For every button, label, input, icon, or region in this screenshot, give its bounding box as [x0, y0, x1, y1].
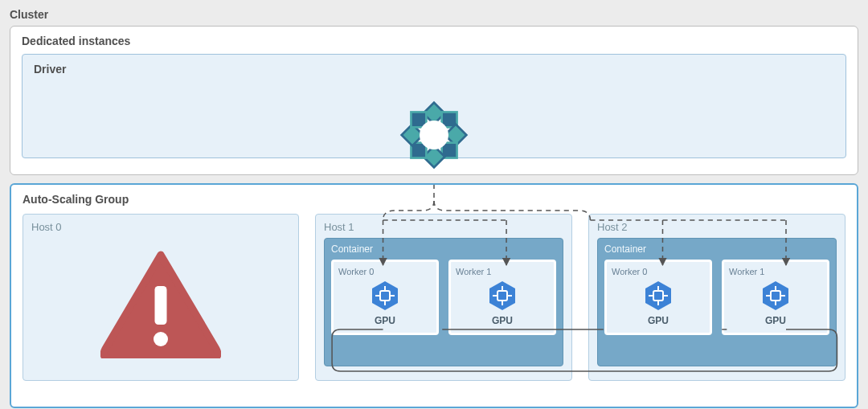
container-host-2: Container Worker 0 GPU Worker 1	[597, 238, 837, 366]
host-1-label: Host 1	[324, 221, 563, 233]
hosts-row: Host 0 Host 1 Container Worker 0	[23, 214, 845, 381]
cpu-chip-icon	[369, 280, 401, 312]
host-1: Host 1 Container Worker 0 GPU Worker 1	[315, 214, 572, 381]
cluster-title: Cluster	[10, 8, 858, 21]
autoscale-group-box: Auto-Scaling Group Host 0 Host 1 Contain…	[10, 183, 858, 408]
ring-logo-icon	[398, 99, 470, 171]
host-1-worker-1: Worker 1 GPU	[448, 260, 556, 335]
cpu-chip-icon	[486, 280, 518, 312]
container-host-1: Container Worker 0 GPU Worker 1	[324, 238, 563, 366]
host-2-worker-0: Worker 0 GPU	[604, 260, 712, 335]
dedicated-instances-box: Dedicated instances Driver	[10, 26, 858, 175]
host-2-worker-1: Worker 1 GPU	[722, 260, 829, 335]
host-2-worker-0-device: GPU	[648, 315, 669, 326]
host-1-worker-0-device: GPU	[375, 315, 395, 326]
host-2-label: Host 2	[597, 221, 837, 233]
autoscale-title: Auto-Scaling Group	[23, 193, 845, 206]
host-2-worker-0-label: Worker 0	[612, 267, 647, 276]
host-0: Host 0	[23, 214, 299, 381]
container-host-1-label: Container	[331, 243, 556, 255]
driver-title: Driver	[34, 63, 834, 76]
svg-point-19	[154, 332, 168, 346]
svg-rect-12	[412, 144, 425, 157]
svg-rect-8	[443, 144, 456, 157]
svg-rect-4	[443, 113, 456, 126]
host-0-label: Host 0	[31, 221, 290, 233]
cpu-chip-icon	[642, 280, 674, 312]
cpu-chip-icon	[760, 280, 792, 312]
host-1-worker-0: Worker 0 GPU	[331, 260, 439, 335]
warning-triangle-icon	[31, 236, 290, 372]
host-1-worker-0-label: Worker 0	[338, 267, 374, 276]
svg-rect-16	[412, 113, 425, 126]
host-2-worker-1-label: Worker 1	[729, 267, 764, 276]
host-2: Host 2 Container Worker 0 GPU Worker 1	[588, 214, 845, 381]
host-2-worker-1-device: GPU	[765, 315, 786, 326]
svg-rect-18	[155, 286, 167, 325]
host-1-worker-1-device: GPU	[492, 315, 513, 326]
host-1-worker-1-label: Worker 1	[456, 267, 491, 276]
svg-point-17	[420, 121, 448, 149]
container-host-2-label: Container	[604, 243, 829, 255]
dedicated-title: Dedicated instances	[22, 35, 846, 47]
